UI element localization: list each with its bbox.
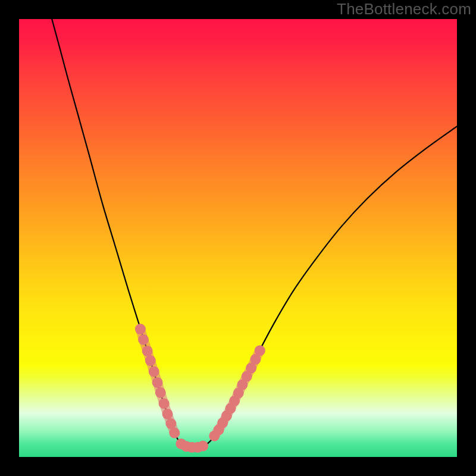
marker-dot <box>155 387 166 398</box>
marker-dot <box>149 366 159 377</box>
marker-dot <box>152 377 163 388</box>
plot-area <box>19 19 457 457</box>
curve-layer <box>19 19 457 457</box>
marker-dot <box>165 418 176 429</box>
marker-dot <box>169 428 180 439</box>
marker-dot <box>142 346 153 356</box>
marker-dot <box>162 409 173 419</box>
marker-dot <box>255 345 265 356</box>
watermark-text: TheBottleneck.com <box>337 0 471 18</box>
chart-stage: TheBottleneck.com <box>0 0 476 476</box>
bottleneck-curve <box>52 19 457 448</box>
curve-markers <box>135 324 265 453</box>
marker-dot <box>145 355 156 366</box>
marker-dot <box>135 324 146 334</box>
marker-dot <box>159 398 170 409</box>
marker-dot <box>138 334 149 345</box>
marker-dot <box>198 441 208 452</box>
